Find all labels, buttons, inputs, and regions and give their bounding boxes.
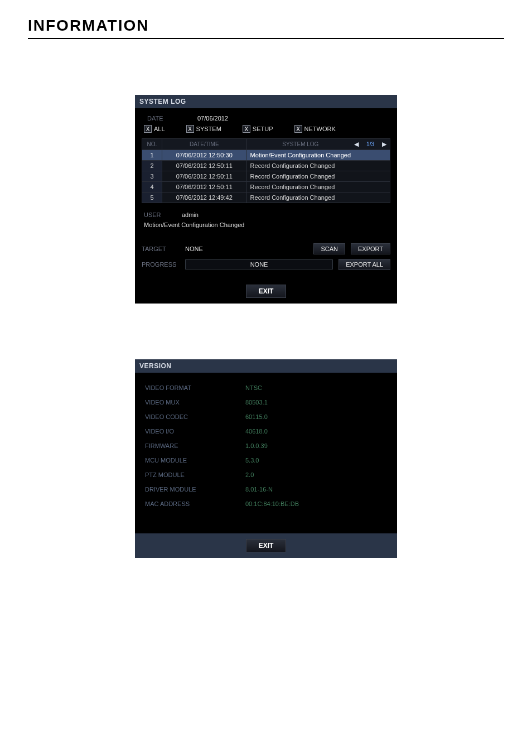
version-row: VIDEO I/O40618.0: [145, 424, 387, 439]
user-value: admin: [182, 211, 199, 218]
version-key: MAC ADDRESS: [145, 500, 245, 507]
version-exit-button[interactable]: EXIT: [246, 539, 287, 552]
page-title: INFORMATION: [28, 17, 504, 39]
syslog-exit-button[interactable]: EXIT: [246, 285, 287, 298]
version-row: PTZ MODULE2.0: [145, 468, 387, 482]
system-log-title: SYSTEM LOG: [135, 95, 397, 108]
filter-network-checkbox[interactable]: X NETWORK: [294, 125, 336, 133]
row-datetime: 07/06/2012 12:50:11: [162, 182, 247, 192]
row-datetime: 07/06/2012 12:49:42: [162, 192, 247, 203]
row-message: Record Configuration Changed: [246, 161, 390, 171]
version-row: VIDEO MUX80503.1: [145, 395, 387, 410]
progress-label: PROGRESS: [142, 261, 180, 268]
row-message: Record Configuration Changed: [246, 182, 390, 192]
export-button[interactable]: EXPORT: [351, 243, 390, 254]
checkbox-mark-icon: X: [294, 125, 302, 133]
version-key: MCU MODULE: [145, 457, 245, 464]
filter-network-label: NETWORK: [304, 126, 336, 132]
version-value: 40618.0: [245, 428, 268, 435]
target-value[interactable]: NONE: [185, 245, 203, 252]
version-row: MCU MODULE5.3.0: [145, 453, 387, 468]
version-value: 80503.1: [245, 399, 268, 406]
filter-system-checkbox[interactable]: X SYSTEM: [186, 125, 221, 133]
version-value: 2.0: [245, 471, 254, 478]
version-key: PTZ MODULE: [145, 471, 245, 478]
checkbox-mark-icon: X: [186, 125, 194, 133]
row-datetime: 07/06/2012 12:50:30: [162, 150, 247, 161]
row-no: 1: [142, 150, 162, 161]
date-value[interactable]: 07/06/2012: [197, 115, 228, 122]
row-message: Motion/Event Configuration Changed: [246, 150, 390, 161]
table-row[interactable]: 507/06/2012 12:49:42Record Configuration…: [142, 192, 390, 203]
version-key: VIDEO CODEC: [145, 413, 245, 420]
col-datetime: DATE/TIME: [162, 139, 247, 150]
date-label: DATE: [147, 115, 181, 122]
version-row: VIDEO CODEC60115.0: [145, 410, 387, 424]
row-message: Record Configuration Changed: [246, 171, 390, 182]
table-row[interactable]: 207/06/2012 12:50:11Record Configuration…: [142, 161, 390, 171]
version-value: 60115.0: [245, 413, 268, 420]
version-key: VIDEO MUX: [145, 399, 245, 406]
export-all-button[interactable]: EXPORT ALL: [338, 259, 390, 270]
pager-page: 1/3: [359, 141, 382, 147]
version-key: DRIVER MODULE: [145, 486, 245, 493]
row-message: Record Configuration Changed: [246, 192, 390, 203]
row-no: 5: [142, 192, 162, 203]
system-log-table: NO. DATE/TIME SYSTEM LOG ◀ 1/3 ▶ 107/06/…: [142, 138, 390, 203]
pager-prev-icon[interactable]: ◀: [354, 141, 359, 148]
target-label: TARGET: [142, 245, 180, 252]
system-log-dialog: SYSTEM LOG DATE 07/06/2012 X ALL X SYSTE…: [135, 95, 397, 304]
version-key: VIDEO I/O: [145, 428, 245, 435]
version-row: DRIVER MODULE8.01-16-N: [145, 482, 387, 497]
filter-setup-checkbox[interactable]: X SETUP: [243, 125, 273, 133]
version-value: 1.0.0.39: [245, 442, 268, 449]
table-row[interactable]: 307/06/2012 12:50:11Record Configuration…: [142, 171, 390, 182]
checkbox-mark-icon: X: [144, 125, 152, 133]
row-datetime: 07/06/2012 12:50:11: [162, 171, 247, 182]
version-value: 5.3.0: [245, 457, 259, 464]
version-title: VERSION: [135, 359, 397, 373]
checkbox-mark-icon: X: [243, 125, 250, 133]
version-value: 8.01-16-N: [245, 486, 273, 493]
col-no: NO.: [142, 139, 162, 150]
user-label: USER: [144, 211, 182, 218]
version-key: VIDEO FORMAT: [145, 384, 245, 391]
version-dialog: VERSION VIDEO FORMATNTSCVIDEO MUX80503.1…: [135, 359, 397, 558]
filter-system-label: SYSTEM: [196, 126, 221, 132]
table-row[interactable]: 107/06/2012 12:50:30Motion/Event Configu…: [142, 150, 390, 161]
row-no: 3: [142, 171, 162, 182]
filter-all-checkbox[interactable]: X ALL: [144, 125, 165, 133]
version-value: NTSC: [245, 384, 262, 391]
version-row: FIRMWARE1.0.0.39: [145, 439, 387, 453]
version-row: VIDEO FORMATNTSC: [145, 381, 387, 395]
row-no: 2: [142, 161, 162, 171]
filter-all-label: ALL: [154, 126, 165, 132]
progress-bar: NONE: [185, 259, 333, 269]
row-no: 4: [142, 182, 162, 192]
scan-button[interactable]: SCAN: [313, 243, 345, 254]
version-value: 00:1C:84:10:BE:DB: [245, 500, 299, 507]
version-key: FIRMWARE: [145, 442, 245, 449]
log-detail: Motion/Event Configuration Changed: [144, 221, 244, 228]
col-systemlog: SYSTEM LOG: [247, 141, 354, 147]
filter-setup-label: SETUP: [253, 126, 273, 132]
table-row[interactable]: 407/06/2012 12:50:11Record Configuration…: [142, 182, 390, 192]
row-datetime: 07/06/2012 12:50:11: [162, 161, 247, 171]
version-row: MAC ADDRESS00:1C:84:10:BE:DB: [145, 497, 387, 511]
pager-next-icon[interactable]: ▶: [382, 141, 390, 148]
